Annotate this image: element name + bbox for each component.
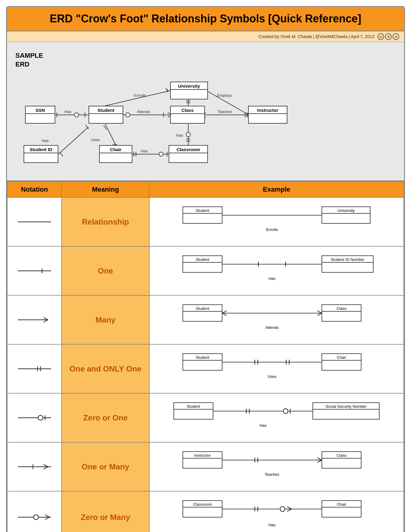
entity-student: Student (89, 106, 123, 124)
rel-has-studentid: Has (42, 138, 49, 143)
svg-text:Teaches: Teaches (265, 472, 280, 477)
svg-text:Class: Class (337, 453, 347, 458)
svg-text:Instructor: Instructor (194, 453, 211, 458)
svg-text:Has: Has (268, 523, 276, 527)
example-zero-or-one: Student Social Security Number Has (149, 393, 404, 442)
subtitle-text: Created by Vivek M. Chawla | @VivekMChaw… (258, 34, 374, 39)
entity-chair-erd: Chair (99, 145, 132, 163)
svg-line-28 (105, 124, 116, 145)
notation-zero-or-many (7, 491, 62, 532)
svg-line-6 (86, 125, 89, 129)
svg-point-3 (74, 113, 79, 117)
header-notation: Notation (7, 182, 62, 197)
notation-relationship (7, 197, 62, 246)
svg-text:Social Security Number: Social Security Number (325, 404, 367, 409)
meaning-one: One (62, 246, 149, 295)
cc-icons: cc ① ⊘ (377, 33, 399, 40)
notation-many (7, 295, 62, 344)
svg-text:Student: Student (196, 355, 209, 360)
svg-line-29 (104, 125, 107, 130)
notation-svg-zero-or-many (15, 511, 54, 523)
example-zero-or-many: Classroom Chair Has (149, 491, 404, 532)
entity-class-erd: Class (170, 106, 205, 124)
example-svg-one-only: Student Chair Uses (159, 351, 394, 387)
example-one: Student Student ID Number Has (149, 246, 404, 295)
svg-text:Student: Student (196, 306, 209, 311)
notation-svg-one-only (15, 363, 54, 375)
table-row-zero-or-many: Zero or Many Classroom Chair (7, 491, 404, 532)
example-svg-zero-or-one: Student Social Security Number Has (159, 400, 394, 436)
example-many: Student Class Attends (149, 295, 404, 344)
cc-icon: cc (377, 33, 384, 40)
svg-line-4 (58, 127, 89, 154)
notation-one (7, 246, 62, 295)
table-row-many: Many Student Class (7, 295, 404, 344)
header-example: Example (149, 182, 404, 197)
example-svg-one-or-many: Instructor Class Teaches (159, 449, 394, 485)
example-relationship: Student University Enrolls (149, 197, 404, 246)
reference-table: Notation Meaning Example Relationship St… (7, 181, 404, 532)
nc-icon: ⊘ (393, 33, 399, 40)
svg-text:Student: Student (187, 404, 200, 409)
example-svg-many: Student Class Attends (159, 302, 394, 338)
svg-point-107 (283, 409, 288, 414)
entity-ssn: SSN (25, 106, 55, 124)
svg-text:Attends: Attends (265, 325, 279, 330)
notation-svg-many (15, 314, 54, 326)
svg-line-9 (166, 88, 169, 91)
svg-text:Student ID Number: Student ID Number (331, 257, 364, 262)
subtitle-bar: Created by Vivek M. Chawla | @VivekMChaw… (7, 31, 404, 42)
svg-text:Student: Student (196, 257, 209, 262)
rel-teaches: Teaches (218, 109, 232, 114)
notation-zero-or-one (7, 393, 62, 442)
table-row-relationship: Relationship Student University (7, 197, 404, 246)
notation-svg-one (15, 265, 54, 277)
page-title: ERD "Crow's Foot" Relationship Symbols [… (7, 7, 404, 31)
meaning-zero-or-many: Zero or Many (62, 491, 149, 532)
example-one-only: Student Chair Uses (149, 344, 404, 393)
erd-diagram: SAMPLEERD (7, 42, 404, 181)
meaning-one-or-many: One or Many (62, 442, 149, 491)
meaning-one-only: One and ONLY One (62, 344, 149, 393)
svg-text:Chair: Chair (337, 502, 346, 507)
svg-text:Uses: Uses (267, 374, 277, 379)
svg-point-129 (34, 515, 38, 520)
meaning-many: Many (62, 295, 149, 344)
rel-enrolls: Enrolls (134, 93, 146, 98)
table-row-zero-or-one: Zero or One Student Social Security Numb… (7, 393, 404, 442)
notation-one-or-many (7, 442, 62, 491)
entity-student-id: Student ID (24, 145, 58, 163)
example-svg-relationship: Student University Enrolls (159, 204, 394, 240)
rel-has-classroom: Has (141, 149, 148, 153)
entity-instructor: Instructor (248, 106, 287, 124)
rel-uses: Uses (91, 138, 100, 142)
example-one-or-many: Instructor Class Teaches (149, 442, 404, 491)
svg-text:Class: Class (337, 306, 347, 311)
by-icon: ① (385, 33, 392, 40)
svg-text:Has: Has (259, 423, 267, 428)
example-svg-one: Student Student ID Number Has (159, 253, 394, 289)
svg-point-13 (126, 113, 130, 117)
svg-text:University: University (337, 208, 355, 213)
entity-classroom: Classroom (169, 145, 208, 163)
rel-attends: Attends (137, 109, 150, 114)
rel-employs: Employs (217, 93, 232, 98)
notation-svg-zero-or-one (15, 412, 54, 424)
svg-line-5 (60, 152, 63, 156)
header-meaning: Meaning (62, 182, 149, 197)
rel-has-class: Has (176, 133, 183, 138)
table-row-one: One Student Student ID Number H (7, 246, 404, 295)
meaning-zero-or-one: Zero or One (62, 393, 149, 442)
svg-point-96 (38, 415, 43, 420)
erd-label: SAMPLEERD (15, 51, 43, 69)
meaning-relationship: Relationship (62, 197, 149, 246)
svg-point-142 (280, 507, 285, 511)
notation-svg-one-or-many (15, 461, 54, 473)
table-row-one-only: One and ONLY One Student Chair (7, 344, 404, 393)
rel-has-ssn: Has (64, 109, 71, 114)
table-row-one-or-many: One or Many Instructor Class (7, 442, 404, 491)
svg-text:Enrolls: Enrolls (266, 227, 278, 232)
svg-point-25 (159, 152, 163, 156)
entity-university: University (170, 82, 208, 99)
svg-text:Student: Student (196, 208, 209, 213)
